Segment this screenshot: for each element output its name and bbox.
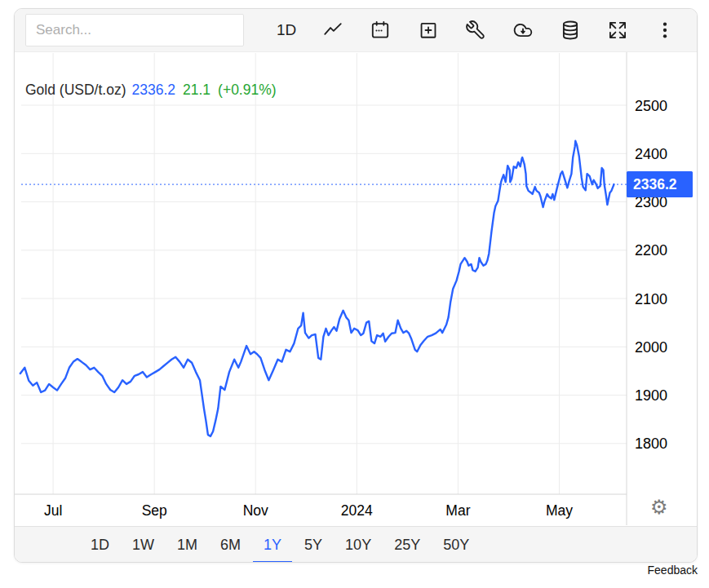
x-tick-label: Nov <box>243 502 268 519</box>
chart-area: 18001900200021002200230024002500JulSepNo… <box>15 52 697 526</box>
interval-label[interactable]: 1D <box>277 21 296 39</box>
chart-line-icon[interactable] <box>322 20 343 41</box>
y-tick-label: 2100 <box>635 291 667 307</box>
add-panel-icon[interactable] <box>418 20 439 41</box>
last-price-axis-value: 2336.2 <box>633 176 677 192</box>
range-50y[interactable]: 50Y <box>432 527 480 563</box>
range-6m[interactable]: 6M <box>210 527 251 563</box>
download-icon[interactable] <box>512 20 534 41</box>
x-tick-label: Sep <box>142 502 167 519</box>
tools-icon[interactable] <box>465 20 486 41</box>
more-icon[interactable] <box>654 20 676 41</box>
price-change: 21.1 <box>183 82 210 99</box>
x-tick-label: May <box>546 502 573 519</box>
symbol-name: Gold (USD/t.oz) <box>25 82 126 99</box>
range-selector: 1D1W1M6M1Y5Y10Y25Y50Y <box>15 526 697 563</box>
y-tick-label: 2200 <box>635 242 667 259</box>
y-tick-label: 2400 <box>635 146 667 162</box>
price-change-percent: (+0.91%) <box>218 82 277 99</box>
y-tick-label: 2000 <box>635 339 667 356</box>
settings-gear-icon[interactable]: ⚙ <box>650 497 668 517</box>
range-1d[interactable]: 1D <box>80 527 120 563</box>
x-tick-label: 2024 <box>341 502 373 519</box>
page: 1D 18001900200021002200230024002500JulSe… <box>0 0 709 588</box>
quote-legend: Gold (USD/t.oz) 2336.2 21.1 (+0.91%) <box>25 82 277 99</box>
last-price: 2336.2 <box>132 82 176 99</box>
x-tick-label: Mar <box>445 502 470 519</box>
calendar-icon[interactable] <box>370 20 391 41</box>
range-25y[interactable]: 25Y <box>383 527 431 563</box>
fullscreen-icon[interactable] <box>607 20 628 41</box>
x-tick-label: Jul <box>44 502 62 519</box>
range-1m[interactable]: 1M <box>166 527 208 563</box>
price-chart[interactable]: 18001900200021002200230024002500JulSepNo… <box>15 52 698 526</box>
y-tick-label: 1800 <box>635 435 667 452</box>
y-tick-label: 2500 <box>635 98 667 114</box>
top-toolbar: 1D <box>15 9 697 52</box>
price-line-series <box>20 141 614 436</box>
feedback-link[interactable]: Feedback <box>14 564 698 577</box>
range-1y[interactable]: 1Y <box>253 527 292 563</box>
y-tick-label: 1900 <box>635 387 667 404</box>
search-input[interactable] <box>25 14 244 46</box>
range-10y[interactable]: 10Y <box>335 527 382 563</box>
chart-widget: 1D 18001900200021002200230024002500JulSe… <box>14 8 698 563</box>
data-icon[interactable] <box>560 20 581 41</box>
toolbar-tools: 1D <box>277 20 676 41</box>
range-1w[interactable]: 1W <box>122 527 165 563</box>
range-5y[interactable]: 5Y <box>294 527 333 563</box>
